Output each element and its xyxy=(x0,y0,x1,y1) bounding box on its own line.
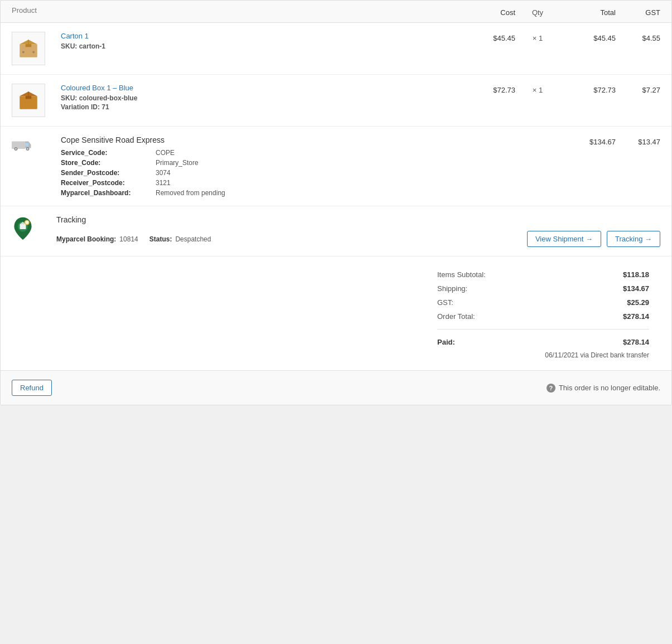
product-cost-2: $72.73 xyxy=(448,84,515,94)
order-items-panel: Product Cost Qty Total GST Carton 1 xyxy=(0,0,672,405)
status-field: Status: Despatched xyxy=(149,235,211,243)
gst-label: GST: xyxy=(437,298,453,307)
totals-section: Items Subtotal: $118.18 Shipping: $134.6… xyxy=(1,256,671,370)
shipping-detail-dashboard: Myparcel_Dashboard: Removed from pending xyxy=(61,189,448,197)
shipping-qty-empty xyxy=(515,135,560,138)
tracking-map-icon xyxy=(12,215,56,241)
svg-rect-2 xyxy=(26,44,32,47)
svg-point-15 xyxy=(27,148,28,150)
order-total-value: $278.14 xyxy=(623,312,649,321)
paid-row: Paid: $278.14 xyxy=(437,335,649,349)
tracking-row: Myparcel Booking: 10814 Status: Despatch… xyxy=(56,231,660,247)
header-cost: Cost xyxy=(448,6,515,17)
items-subtotal-label: Items Subtotal: xyxy=(437,270,486,279)
header-total: Total xyxy=(560,6,616,17)
totals-divider xyxy=(437,329,649,330)
product-name-link-2[interactable]: Coloured Box 1 – Blue xyxy=(61,84,133,92)
booking-field: Myparcel Booking: 10814 xyxy=(56,235,138,243)
box-icon-2 xyxy=(17,89,40,112)
product-sku-1: SKU: carton-1 xyxy=(61,42,448,50)
shipping-name: Cope Sensitive Road Express xyxy=(61,135,448,144)
items-subtotal-value: $118.18 xyxy=(623,270,649,279)
footer-bar: Refund ? This order is no longer editabl… xyxy=(1,370,671,405)
help-icon: ? xyxy=(547,384,555,393)
product-info-2: Coloured Box 1 – Blue SKU: coloured-box-… xyxy=(56,84,448,111)
header-gst: GST xyxy=(616,6,660,17)
status-value: Despatched xyxy=(175,235,211,243)
service-code-value: COPE xyxy=(156,149,448,157)
product-sku-2: SKU: coloured-box-blue xyxy=(61,94,448,102)
sender-postcode-label: Sender_Postcode: xyxy=(61,169,156,177)
product-cost-1: $45.45 xyxy=(448,32,515,42)
tracking-button[interactable]: Tracking → xyxy=(607,231,660,247)
receiver-postcode-label: Receiver_Postcode: xyxy=(61,179,156,187)
shipping-detail-sender: Sender_Postcode: 3074 xyxy=(61,169,448,177)
svg-point-21 xyxy=(26,221,29,224)
product-variation-2: Variation ID: 71 xyxy=(61,103,448,111)
product-total-2: $72.73 xyxy=(560,84,616,94)
tracking-content: Tracking Myparcel Booking: 10814 Status:… xyxy=(56,215,660,247)
not-editable-notice: ? This order is no longer editable. xyxy=(547,384,660,393)
svg-rect-18 xyxy=(20,224,26,229)
shipping-cost-empty xyxy=(448,135,515,138)
order-total-row: Order Total: $278.14 xyxy=(437,309,649,323)
tracking-buttons: View Shipment → Tracking → xyxy=(527,231,660,247)
product-image-1 xyxy=(12,32,45,65)
items-subtotal-row: Items Subtotal: $118.18 xyxy=(437,268,649,282)
shipping-icon xyxy=(12,135,56,153)
view-shipment-button[interactable]: View Shipment → xyxy=(527,231,601,247)
booking-value: 10814 xyxy=(119,235,138,243)
booking-label: Myparcel Booking: xyxy=(56,235,116,243)
shipping-total-value: $134.67 xyxy=(623,284,649,293)
svg-rect-10 xyxy=(12,142,25,149)
gst-row: GST: $25.29 xyxy=(437,296,649,309)
shipping-total-label: Shipping: xyxy=(437,284,467,293)
product-gst-1: $4.55 xyxy=(616,32,660,42)
table-header: Product Cost Qty Total GST xyxy=(1,1,671,23)
tracking-section: Tracking Myparcel Booking: 10814 Status:… xyxy=(1,206,671,256)
product-image-2 xyxy=(12,84,45,117)
dashboard-value: Removed from pending xyxy=(156,189,448,197)
tracking-title: Tracking xyxy=(56,215,660,224)
totals-table: Items Subtotal: $118.18 Shipping: $134.6… xyxy=(437,268,649,359)
receiver-postcode-value: 3121 xyxy=(156,179,448,187)
paid-date: 06/11/2021 via Direct bank transfer xyxy=(437,351,649,359)
product-qty-1: × 1 xyxy=(515,32,560,42)
svg-point-5 xyxy=(32,51,35,54)
service-code-label: Service_Code: xyxy=(61,149,156,157)
shipping-total: $134.67 xyxy=(560,135,616,146)
header-product: Product xyxy=(12,6,448,17)
not-editable-text: This order is no longer editable. xyxy=(559,384,660,392)
paid-value: $278.14 xyxy=(623,338,649,346)
shipping-detail-service: Service_Code: COPE xyxy=(61,149,448,157)
svg-point-14 xyxy=(15,148,17,150)
status-label: Status: xyxy=(149,235,172,243)
paid-label: Paid: xyxy=(437,338,455,346)
product-name-link-1[interactable]: Carton 1 xyxy=(61,32,89,40)
map-pin-icon xyxy=(12,216,34,241)
store-code-label: Store_Code: xyxy=(61,159,156,167)
shipping-detail-receiver: Receiver_Postcode: 3121 xyxy=(61,179,448,187)
product-total-1: $45.45 xyxy=(560,32,616,42)
store-code-value: Primary_Store xyxy=(156,159,448,167)
refund-button[interactable]: Refund xyxy=(12,380,52,396)
shipping-row: Cope Sensitive Road Express Service_Code… xyxy=(1,127,671,206)
order-details-panel: Product Cost Qty Total GST Carton 1 xyxy=(0,0,672,644)
sender-postcode-value: 3074 xyxy=(156,169,448,177)
shipping-detail-store: Store_Code: Primary_Store xyxy=(61,159,448,167)
order-total-label: Order Total: xyxy=(437,312,475,321)
product-gst-2: $7.27 xyxy=(616,84,660,94)
box-icon-1 xyxy=(17,37,40,60)
dashboard-label: Myparcel_Dashboard: xyxy=(61,189,156,197)
shipping-total-row: Shipping: $134.67 xyxy=(437,282,649,296)
shipping-info: Cope Sensitive Road Express Service_Code… xyxy=(56,135,448,197)
shipping-gst: $13.47 xyxy=(616,135,660,146)
product-row-1: Carton 1 SKU: carton-1 $45.45 × 1 $45.45… xyxy=(1,23,671,75)
product-info-1: Carton 1 SKU: carton-1 xyxy=(56,32,448,50)
svg-rect-16 xyxy=(25,143,28,147)
svg-point-4 xyxy=(22,51,25,54)
product-qty-2: × 1 xyxy=(515,84,560,94)
product-row-2: Coloured Box 1 – Blue SKU: coloured-box-… xyxy=(1,75,671,127)
header-qty: Qty xyxy=(515,6,560,17)
truck-icon xyxy=(12,138,32,153)
